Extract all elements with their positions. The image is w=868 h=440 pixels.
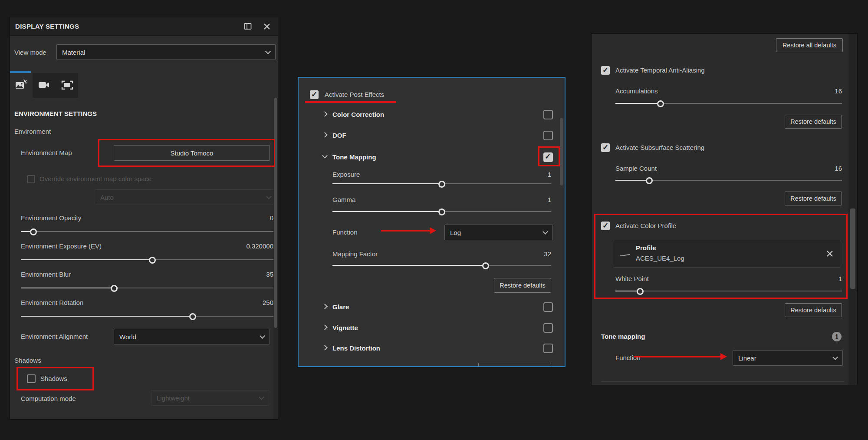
accumulations-slider[interactable] bbox=[615, 100, 842, 107]
slider-knob[interactable] bbox=[30, 228, 37, 235]
expander-chevron-icon[interactable] bbox=[322, 304, 328, 309]
environment-rotation-slider[interactable] bbox=[21, 313, 273, 320]
slider-value[interactable]: 35 bbox=[266, 271, 273, 278]
restore-defaults-button[interactable]: Restore defaults bbox=[785, 192, 842, 205]
chevron-down-icon bbox=[260, 333, 265, 339]
annotation-arrow-function-linear bbox=[634, 356, 720, 357]
environment-opacity-slider[interactable] bbox=[21, 228, 273, 235]
scrollbar-thumb[interactable] bbox=[274, 98, 277, 328]
expander-chevron-icon[interactable] bbox=[322, 153, 328, 159]
slider-knob[interactable] bbox=[149, 257, 156, 264]
restore-defaults-button-clipped[interactable] bbox=[478, 363, 551, 367]
slider-value[interactable]: 250 bbox=[263, 299, 273, 306]
global-function-dropdown[interactable]: Linear bbox=[733, 350, 843, 366]
exposure-value[interactable]: 1 bbox=[548, 171, 551, 178]
slider-knob[interactable] bbox=[646, 177, 653, 184]
lens-distortion-checkbox[interactable] bbox=[543, 344, 553, 353]
gamma-value[interactable]: 1 bbox=[548, 196, 551, 203]
environment-alignment-value: World bbox=[119, 333, 136, 341]
override-color-space-label: Override environment map color space bbox=[39, 175, 151, 182]
active-tab-indicator bbox=[10, 71, 31, 73]
sample-count-label: Sample Count bbox=[615, 165, 657, 172]
scrollbar-thumb[interactable] bbox=[560, 118, 563, 185]
annotation-box-environment-map bbox=[98, 139, 275, 167]
accumulations-value[interactable]: 16 bbox=[835, 87, 842, 95]
section-glare[interactable]: Glare bbox=[332, 303, 349, 311]
scrollbar-thumb[interactable] bbox=[850, 208, 855, 289]
dock-panel-icon[interactable] bbox=[242, 21, 253, 32]
camera-icon[interactable] bbox=[38, 80, 51, 92]
expander-chevron-icon[interactable] bbox=[322, 345, 328, 351]
activate-taa-checkbox[interactable] bbox=[601, 66, 610, 75]
info-icon[interactable]: i bbox=[832, 332, 842, 341]
computation-mode-label: Computation mode bbox=[21, 395, 76, 402]
sample-count-value[interactable]: 16 bbox=[835, 165, 842, 172]
exposure-slider[interactable] bbox=[332, 181, 551, 187]
environment-blur-slider[interactable] bbox=[21, 285, 273, 291]
close-icon[interactable] bbox=[261, 21, 273, 32]
glare-checkbox[interactable] bbox=[543, 302, 553, 312]
environment-image-icon bbox=[15, 79, 28, 93]
slider-knob[interactable] bbox=[189, 313, 196, 320]
expander-chevron-icon[interactable] bbox=[322, 324, 328, 330]
tone-mapping-function-value: Log bbox=[450, 229, 461, 236]
chevron-down-icon bbox=[266, 194, 272, 199]
slider-label: Environment Opacity bbox=[21, 214, 81, 222]
chevron-down-icon bbox=[832, 354, 838, 360]
section-vignette[interactable]: Vignette bbox=[332, 324, 358, 331]
tone-mapping-function-dropdown[interactable]: Log bbox=[444, 225, 553, 240]
slider-knob[interactable] bbox=[482, 262, 489, 269]
slider-value[interactable]: 0.320000 bbox=[246, 242, 273, 250]
mapping-factor-label: Mapping Factor bbox=[332, 250, 378, 258]
sample-count-slider[interactable] bbox=[615, 177, 842, 184]
color-space-dropdown[interactable]: Auto bbox=[95, 189, 276, 205]
restore-defaults-button[interactable]: Restore defaults bbox=[494, 278, 551, 293]
environment-group-label: Environment bbox=[14, 128, 51, 135]
environment-alignment-dropdown[interactable]: World bbox=[114, 329, 270, 344]
annotation-box-color-profile bbox=[594, 214, 848, 299]
restore-all-defaults-label: Restore all defaults bbox=[783, 42, 836, 49]
section-title: ENVIRONMENT SETTINGS bbox=[14, 110, 97, 117]
view-mode-dropdown[interactable]: Material bbox=[56, 44, 276, 60]
section-dof[interactable]: DOF bbox=[332, 132, 346, 139]
slider-knob[interactable] bbox=[657, 100, 664, 107]
exposure-label: Exposure bbox=[332, 171, 360, 178]
shadows-group-label: Shadows bbox=[14, 357, 41, 364]
slider-track[interactable] bbox=[21, 231, 273, 232]
vignette-checkbox[interactable] bbox=[543, 323, 553, 333]
restore-defaults-button[interactable]: Restore defaults bbox=[785, 115, 842, 129]
environment-exposure-slider[interactable] bbox=[21, 257, 273, 263]
gamma-slider[interactable] bbox=[332, 208, 551, 215]
chevron-down-icon bbox=[259, 394, 264, 400]
dof-checkbox[interactable] bbox=[543, 131, 553, 140]
section-tone-mapping[interactable]: Tone Mapping bbox=[332, 153, 376, 161]
annotation-underline-post-effects bbox=[305, 101, 396, 103]
chevron-down-icon bbox=[542, 229, 548, 235]
slider-label: Environment Rotation bbox=[21, 299, 83, 306]
slider-label: Environment Exposure (EV) bbox=[21, 242, 102, 250]
mapping-factor-value[interactable]: 32 bbox=[544, 250, 551, 258]
computation-mode-dropdown[interactable]: Lightweight bbox=[151, 390, 269, 406]
view-mode-label: View mode bbox=[14, 49, 46, 56]
section-color-correction[interactable]: Color Correction bbox=[332, 111, 384, 118]
tone-mapping-title: Tone mapping bbox=[601, 333, 645, 340]
restore-defaults-label: Restore defaults bbox=[790, 307, 836, 314]
slider-knob[interactable] bbox=[111, 285, 118, 292]
image-settings-panel: Restore all defaults Activate Temporal A… bbox=[592, 34, 857, 385]
override-color-space-checkbox[interactable] bbox=[27, 175, 35, 183]
color-correction-checkbox[interactable] bbox=[543, 110, 553, 119]
view-mode-value: Material bbox=[62, 49, 85, 56]
mapping-factor-slider[interactable] bbox=[332, 262, 551, 269]
slider-value[interactable]: 0 bbox=[270, 214, 273, 222]
activate-post-effects-checkbox[interactable] bbox=[310, 90, 319, 99]
restore-all-defaults-button[interactable]: Restore all defaults bbox=[776, 38, 843, 52]
expander-chevron-icon[interactable] bbox=[322, 111, 328, 117]
expander-chevron-icon[interactable] bbox=[322, 132, 328, 138]
activate-sss-label: Activate Subsurface Scattering bbox=[615, 144, 704, 151]
restore-defaults-button[interactable]: Restore defaults bbox=[785, 303, 842, 317]
slider-knob[interactable] bbox=[438, 208, 445, 215]
slider-knob[interactable] bbox=[438, 181, 445, 188]
activate-sss-checkbox[interactable] bbox=[601, 143, 610, 152]
section-lens-distortion[interactable]: Lens Distortion bbox=[332, 344, 380, 352]
render-region-icon[interactable] bbox=[61, 79, 74, 93]
